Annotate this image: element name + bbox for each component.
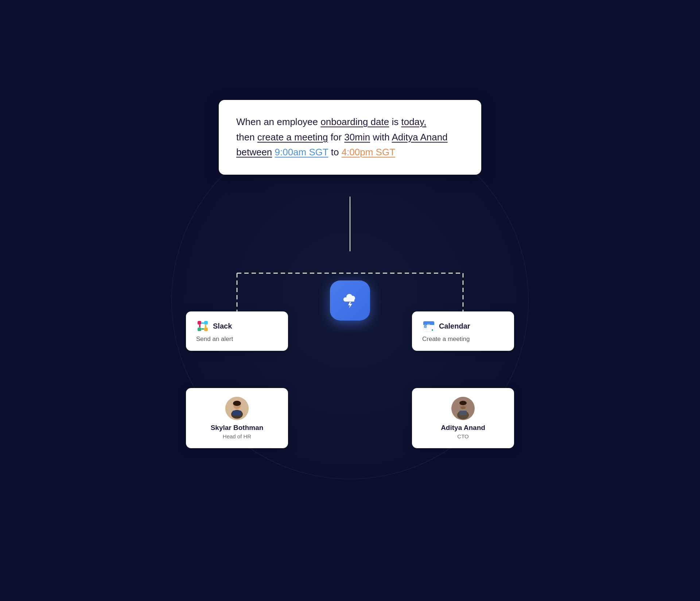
- slack-card-action: Send an alert: [196, 336, 233, 342]
- svg-rect-6: [198, 327, 201, 331]
- svg-rect-10: [199, 325, 201, 327]
- rule-text-part7: to: [331, 147, 339, 158]
- skylar-avatar-image: [225, 397, 249, 420]
- calendar-icon: 31 31: [422, 319, 435, 333]
- skylar-person-card[interactable]: Skylar Bothman Head of HR: [186, 388, 288, 448]
- rule-time2: 4:00pm SGT: [342, 147, 395, 158]
- aditya-avatar: [451, 397, 475, 420]
- svg-rect-8: [201, 322, 204, 324]
- calendar-card-header: 31 31 Calendar: [422, 319, 504, 333]
- cloud-lightning-icon: [339, 290, 361, 311]
- aditya-person-card[interactable]: Aditya Anand CTO: [412, 388, 514, 448]
- svg-rect-5: [204, 321, 208, 325]
- svg-text:31: 31: [424, 326, 427, 328]
- rule-text-part2: is: [392, 116, 401, 127]
- main-container: When an employee onboarding date is toda…: [149, 100, 551, 501]
- rule-text-part3: then: [236, 132, 255, 143]
- svg-point-27: [432, 329, 433, 331]
- rule-aditya: Aditya Anand: [392, 132, 447, 143]
- svg-point-37: [459, 401, 467, 405]
- skylar-avatar: [225, 397, 249, 420]
- svg-rect-9: [201, 328, 204, 330]
- rule-card: When an employee onboarding date is toda…: [219, 100, 481, 175]
- svg-rect-11: [205, 325, 206, 327]
- svg-rect-4: [198, 321, 201, 325]
- svg-rect-7: [204, 327, 208, 331]
- svg-point-32: [234, 401, 240, 404]
- rule-time1: 9:00am SGT: [275, 147, 328, 158]
- calendar-card[interactable]: 31 31 Calendar Create a meeting: [412, 311, 514, 351]
- rule-text: When an employee onboarding date is toda…: [236, 115, 464, 160]
- slack-icon: [196, 319, 209, 333]
- skylar-name: Skylar Bothman: [211, 424, 264, 432]
- svg-rect-33: [233, 411, 241, 416]
- svg-rect-39: [459, 411, 467, 415]
- calendar-card-action: Create a meeting: [422, 336, 470, 342]
- rule-30min: 30min: [344, 132, 370, 143]
- svg-point-38: [460, 406, 466, 409]
- slack-card-title: Slack: [213, 322, 232, 330]
- aditya-name: Aditya Anand: [441, 424, 485, 432]
- aditya-avatar-image: [451, 397, 475, 420]
- rule-text-part4: for: [331, 132, 342, 143]
- rule-today: today,: [401, 116, 426, 127]
- rule-onboarding-date: onboarding date: [320, 116, 389, 127]
- rule-create-meeting: create a meeting: [257, 132, 328, 143]
- slack-card-header: Slack: [196, 319, 278, 333]
- calendar-card-title: Calendar: [439, 322, 470, 330]
- central-automation-icon[interactable]: [330, 280, 370, 321]
- rule-text-part5: with: [373, 132, 389, 143]
- skylar-title: Head of HR: [223, 433, 251, 439]
- rule-between: between: [236, 147, 272, 158]
- slack-card[interactable]: Slack Send an alert: [186, 311, 288, 351]
- aditya-title: CTO: [457, 433, 468, 439]
- rule-text-part1: When an employee: [236, 116, 318, 127]
- svg-point-12: [201, 324, 205, 328]
